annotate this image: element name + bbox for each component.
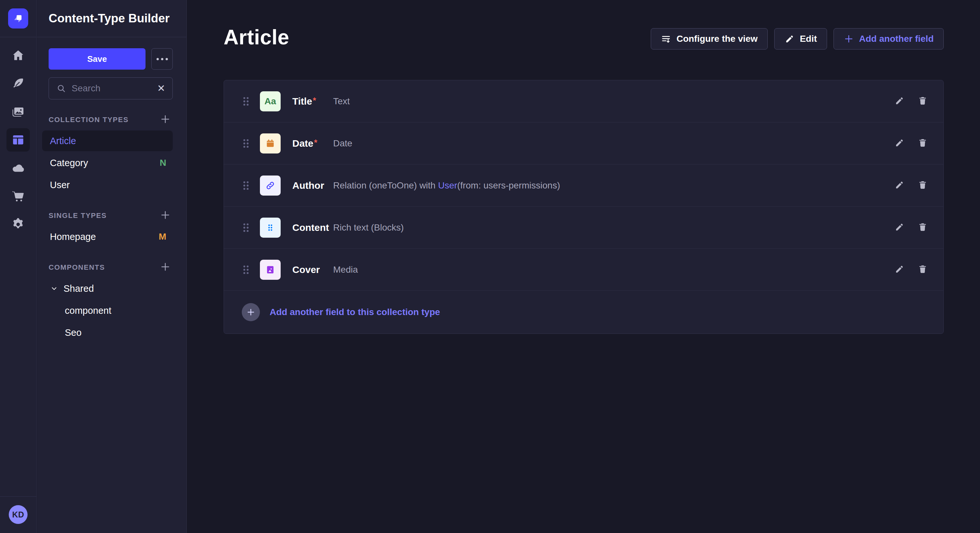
field-row-content: ContentRich text (Blocks): [224, 206, 943, 249]
add-field-footer[interactable]: Add another field to this collection typ…: [224, 291, 943, 333]
section-single-types: Single TypesHomepageM: [49, 207, 173, 247]
sidebar-item-category[interactable]: CategoryN: [42, 152, 173, 173]
feather-icon: [11, 77, 25, 90]
cloud-icon: [11, 161, 25, 175]
sidebar-item-seo[interactable]: Seo: [42, 322, 173, 343]
sidebar-item-homepage[interactable]: HomepageM: [42, 226, 173, 247]
field-row-cover: CoverMedia: [224, 249, 943, 291]
delete-field-icon: [918, 95, 928, 106]
sidebar-item-shared[interactable]: Shared: [42, 278, 173, 299]
section-collection-types: Collection TypesArticleCategoryNUser: [49, 111, 173, 195]
chevron-down-icon: [50, 284, 58, 293]
field-name: Author: [292, 180, 333, 191]
search-icon: [56, 83, 67, 94]
drag-handle-icon: [242, 96, 250, 107]
field-name: Cover: [292, 264, 333, 275]
plus-icon: [246, 307, 256, 317]
nav-settings-gear-button[interactable]: [6, 213, 30, 236]
main-content: Article Configure the view Edit: [187, 0, 980, 334]
dots-icon: [156, 58, 159, 60]
media-library-icon: [11, 105, 25, 119]
search-input[interactable]: [72, 83, 152, 94]
drag-handle[interactable]: [242, 138, 250, 149]
nav-cloud-button[interactable]: [6, 156, 30, 180]
subnav-header: Content-Type Builder: [37, 0, 186, 37]
field-type-chip: [260, 176, 281, 195]
drag-handle-icon: [242, 138, 250, 149]
add-field-to-collection-label[interactable]: Add another field to this collection typ…: [270, 307, 440, 317]
field-row-title: AaTitle*Text: [224, 80, 943, 122]
strapi-logo[interactable]: [8, 8, 28, 29]
drag-handle[interactable]: [242, 180, 250, 191]
avatar[interactable]: KD: [9, 505, 27, 524]
app-title: Content-Type Builder: [49, 12, 170, 25]
delete-field-icon: [918, 138, 928, 148]
sidebar-item-user[interactable]: User: [42, 174, 173, 195]
field-type: Text: [333, 96, 350, 106]
plus-icon: [843, 34, 854, 44]
sidebar-item-label: component: [65, 305, 111, 316]
sidebar-item-article[interactable]: Article: [42, 130, 173, 151]
add-another-field-button[interactable]: Add another field: [834, 28, 944, 49]
drag-handle[interactable]: [242, 264, 250, 275]
chevron-down-icon[interactable]: [50, 284, 58, 293]
sidebar-item-label: Article: [50, 136, 76, 146]
field-name: Date*: [292, 138, 333, 149]
search-box[interactable]: ✕: [49, 78, 173, 99]
field-type: Rich text (Blocks): [333, 222, 404, 233]
configure-view-button[interactable]: Configure the view: [651, 28, 767, 49]
edit-field-button[interactable]: [894, 95, 905, 107]
status-badge: M: [159, 232, 166, 242]
edit-field-button[interactable]: [894, 222, 905, 233]
edit-field-button[interactable]: [894, 264, 905, 276]
status-badge: N: [160, 158, 166, 168]
fields-card: AaTitle*TextDate*DateAuthorRelation (one…: [224, 80, 944, 334]
section-components: ComponentsSharedcomponentSeo: [49, 259, 173, 343]
field-name: Title*: [292, 95, 333, 107]
edit-button[interactable]: Edit: [774, 28, 827, 49]
required-asterisk: *: [314, 138, 317, 148]
sidebar-item-label: Category: [50, 158, 88, 168]
edit-field-button[interactable]: [894, 138, 905, 149]
relation-target-link[interactable]: User: [438, 180, 457, 190]
add-single-types-button[interactable]: [160, 209, 171, 222]
save-button[interactable]: Save: [49, 48, 145, 70]
clear-search-icon[interactable]: ✕: [157, 84, 165, 93]
field-type-chip: [260, 133, 281, 154]
sidebar-item-label: Shared: [64, 283, 94, 294]
more-options-button[interactable]: [151, 48, 173, 70]
marketplace-cart-icon: [11, 189, 25, 203]
content-type-builder-icon: [11, 133, 25, 147]
add-field-circle-button[interactable]: [242, 303, 260, 321]
field-row-author: AuthorRelation (oneToOne) with User(from…: [224, 165, 943, 206]
delete-field-button[interactable]: [918, 138, 928, 149]
delete-field-button[interactable]: [918, 95, 928, 107]
nav-content-type-builder-button[interactable]: [6, 128, 30, 152]
section-label: Single Types: [49, 211, 107, 220]
relation-field-icon: [265, 180, 276, 191]
add-components-button[interactable]: [160, 261, 171, 274]
pencil-icon: [784, 34, 795, 44]
sidebar-item-label: Homepage: [50, 232, 96, 242]
edit-field-icon: [894, 264, 905, 274]
nav-media-library-button[interactable]: [6, 100, 30, 124]
field-row-date: Date*Date: [224, 122, 943, 165]
add-collection-types-button[interactable]: [160, 114, 171, 126]
nav-feather-button[interactable]: [6, 72, 30, 95]
nav-home-button[interactable]: [6, 44, 30, 67]
edit-field-button[interactable]: [894, 180, 905, 191]
delete-field-icon: [918, 264, 928, 274]
logo-cell: [0, 0, 36, 37]
drag-handle[interactable]: [242, 96, 250, 107]
nav-footer: KD: [0, 497, 36, 533]
media-field-icon: [265, 264, 276, 275]
field-type: Media: [333, 265, 358, 275]
nav-marketplace-cart-button[interactable]: [6, 185, 30, 208]
delete-field-button[interactable]: [918, 180, 928, 191]
drag-handle[interactable]: [242, 222, 250, 233]
edit-field-icon: [894, 180, 905, 190]
delete-field-button[interactable]: [918, 264, 928, 276]
list-settings-icon: [661, 34, 671, 44]
sidebar-item-component[interactable]: component: [42, 300, 173, 321]
delete-field-button[interactable]: [918, 222, 928, 233]
